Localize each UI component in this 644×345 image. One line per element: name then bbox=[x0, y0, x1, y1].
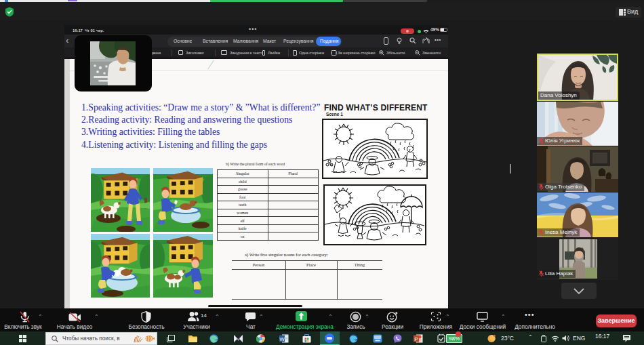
svg-text:P: P bbox=[414, 336, 418, 342]
svg-text:W: W bbox=[279, 336, 285, 342]
